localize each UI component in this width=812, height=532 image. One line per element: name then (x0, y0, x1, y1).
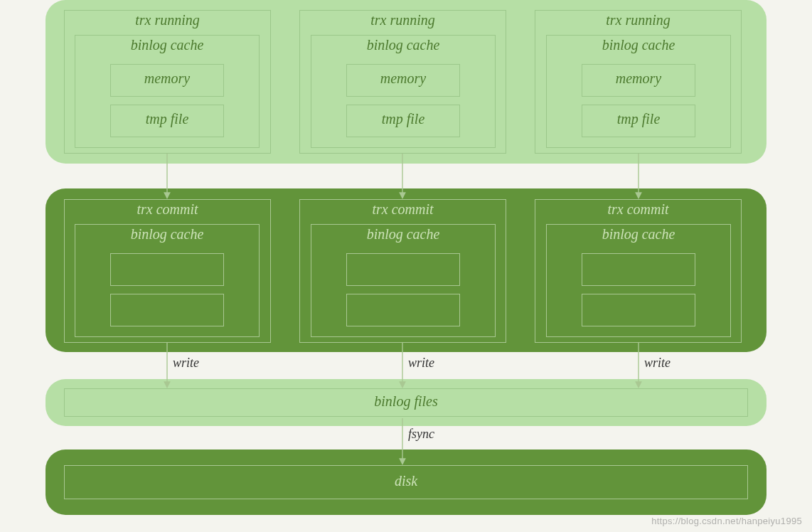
write-label-2: write (408, 356, 434, 371)
commit-empty-top-2 (346, 253, 460, 286)
watermark: https://blog.csdn.net/hanpeiyu1995 (651, 516, 802, 526)
memory-box-3: memory (582, 64, 695, 97)
commit-empty-bot-2 (346, 294, 460, 326)
tmpfile-label: tmp file (582, 105, 695, 127)
binlog-cache-title: binlog cache (311, 36, 495, 53)
commit-empty-top-1 (110, 253, 224, 286)
memory-label: memory (582, 65, 695, 87)
fsync-label: fsync (408, 427, 434, 442)
commit-empty-bot-1 (110, 294, 224, 326)
binlog-files-label: binlog files (65, 389, 747, 410)
tmpfile-box-3: tmp file (582, 105, 695, 137)
binlog-cache-title: binlog cache (75, 36, 259, 53)
memory-box-1: memory (110, 64, 224, 97)
binlog-cache-title: binlog cache (311, 225, 495, 243)
binlog-cache-title: binlog cache (547, 225, 730, 243)
trx-commit-title: trx commit (535, 200, 741, 218)
binlog-cache-title: binlog cache (547, 36, 730, 53)
trx-commit-title: trx commit (300, 200, 506, 218)
trx-commit-title: trx commit (65, 200, 270, 218)
disk-box: disk (64, 465, 748, 499)
binlog-files-box: binlog files (64, 388, 748, 417)
memory-label: memory (347, 65, 459, 87)
commit-empty-bot-3 (582, 294, 695, 326)
tmpfile-box-1: tmp file (110, 105, 224, 137)
trx-running-title: trx running (300, 11, 506, 28)
tmpfile-label: tmp file (347, 105, 459, 127)
trx-running-title: trx running (65, 11, 270, 28)
memory-box-2: memory (346, 64, 460, 97)
binlog-cache-title: binlog cache (75, 225, 259, 243)
memory-label: memory (111, 65, 223, 87)
disk-label: disk (65, 466, 747, 489)
tmpfile-label: tmp file (111, 105, 223, 127)
write-label-1: write (173, 356, 199, 371)
trx-running-title: trx running (535, 11, 741, 28)
commit-empty-top-3 (582, 253, 695, 286)
tmpfile-box-2: tmp file (346, 105, 460, 137)
write-label-3: write (644, 356, 671, 371)
